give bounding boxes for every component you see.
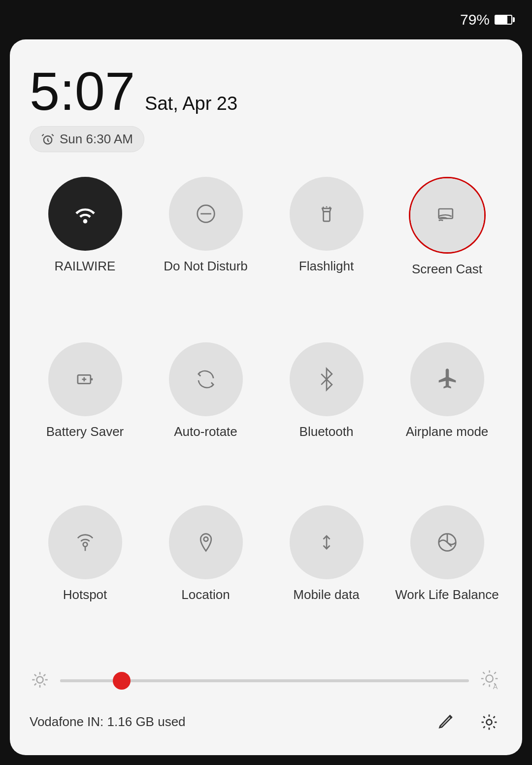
tile-auto-rotate-circle xyxy=(169,342,243,416)
wifi-icon xyxy=(72,201,98,227)
battery-indicator: 79% xyxy=(460,11,512,28)
svg-text:A: A xyxy=(493,683,498,691)
tile-work-life[interactable]: Work Life Balance xyxy=(392,505,502,658)
mobile-data-icon xyxy=(314,530,339,555)
tile-hotspot[interactable]: Hotspot xyxy=(30,505,140,658)
svg-line-22 xyxy=(43,683,45,685)
time-text: 5:07 xyxy=(30,64,135,118)
svg-point-35 xyxy=(486,719,492,725)
work-life-icon xyxy=(434,530,460,555)
alarm-badge[interactable]: Sun 6:30 AM xyxy=(30,126,144,152)
settings-button[interactable] xyxy=(475,708,502,735)
tile-airplane[interactable]: Airplane mode xyxy=(392,342,502,495)
tile-dnd[interactable]: Do Not Disturb xyxy=(150,177,261,333)
airplane-icon xyxy=(434,366,460,392)
battery-icon xyxy=(495,15,512,25)
flashlight-icon xyxy=(314,201,339,227)
date-text: Sat, Apr 23 xyxy=(145,93,237,114)
alarm-time-text: Sun 6:30 AM xyxy=(60,132,133,147)
svg-line-30 xyxy=(483,672,485,674)
brightness-max-icon: A xyxy=(479,668,502,694)
edit-icon xyxy=(436,711,458,733)
brightness-row: A xyxy=(30,668,502,694)
network-usage-text: Vodafone IN: 1.16 GB used xyxy=(30,714,186,730)
bottom-section: A Vodafone IN: 1.16 GB used xyxy=(30,658,502,735)
location-icon xyxy=(193,530,219,555)
network-row: Vodafone IN: 1.16 GB used xyxy=(30,708,502,735)
tile-mobile-data-circle xyxy=(290,505,364,579)
tile-auto-rotate[interactable]: Auto-rotate xyxy=(150,342,261,495)
svg-line-5 xyxy=(323,207,324,208)
svg-line-33 xyxy=(483,683,485,685)
quick-settings-panel: 5:07 Sat, Apr 23 Sun 6:30 AM RAILWIRE xyxy=(10,39,522,755)
tile-auto-rotate-label: Auto-rotate xyxy=(174,424,237,439)
svg-line-21 xyxy=(34,674,36,676)
tile-battery-saver[interactable]: Battery Saver xyxy=(30,342,140,495)
tile-wifi-label: RAILWIRE xyxy=(55,259,116,274)
svg-line-32 xyxy=(494,672,496,674)
tile-work-life-label: Work Life Balance xyxy=(395,587,499,602)
svg-rect-3 xyxy=(323,212,330,222)
svg-point-25 xyxy=(486,675,493,682)
battery-percent-text: 79% xyxy=(460,11,490,28)
tile-screen-cast-label: Screen Cast xyxy=(412,262,482,277)
bluetooth-icon xyxy=(314,366,339,392)
tile-bluetooth[interactable]: Bluetooth xyxy=(271,342,382,495)
tile-wifi-circle xyxy=(48,177,122,251)
brightness-slider[interactable] xyxy=(60,679,469,682)
brightness-min-icon xyxy=(30,669,50,692)
tile-dnd-circle xyxy=(169,177,243,251)
time-section: 5:07 Sat, Apr 23 Sun 6:30 AM xyxy=(30,64,502,152)
tile-wifi[interactable]: RAILWIRE xyxy=(30,177,140,333)
tile-airplane-circle xyxy=(410,342,484,416)
tile-battery-saver-circle xyxy=(48,342,122,416)
alarm-icon xyxy=(41,133,55,146)
screen-cast-selected-border xyxy=(409,177,486,254)
tile-screen-cast-circle xyxy=(410,178,484,252)
tile-mobile-data-label: Mobile data xyxy=(293,587,359,602)
dnd-icon xyxy=(193,201,219,227)
tile-location[interactable]: Location xyxy=(150,505,261,658)
tile-flashlight-label: Flashlight xyxy=(299,259,354,274)
svg-point-16 xyxy=(36,676,43,683)
tile-hotspot-label: Hotspot xyxy=(63,587,107,602)
brightness-thumb[interactable] xyxy=(113,672,131,690)
tile-airplane-label: Airplane mode xyxy=(406,424,489,439)
tile-flashlight-circle xyxy=(290,177,364,251)
quick-tiles-grid: RAILWIRE Do Not Disturb xyxy=(30,177,502,658)
time-display: 5:07 Sat, Apr 23 xyxy=(30,64,502,118)
battery-saver-icon xyxy=(72,366,98,392)
status-bar: 79% xyxy=(0,0,532,39)
svg-rect-7 xyxy=(438,209,452,219)
svg-point-11 xyxy=(83,542,87,547)
tile-flashlight[interactable]: Flashlight xyxy=(271,177,382,333)
svg-line-6 xyxy=(329,207,330,208)
svg-line-23 xyxy=(43,674,45,676)
auto-rotate-icon xyxy=(193,366,219,392)
tile-screen-cast[interactable]: Screen Cast xyxy=(392,177,502,333)
tile-bluetooth-circle xyxy=(290,342,364,416)
cast-icon xyxy=(434,202,460,228)
tile-hotspot-circle xyxy=(48,505,122,579)
svg-line-24 xyxy=(34,683,36,685)
tile-work-life-circle xyxy=(410,505,484,579)
tile-mobile-data[interactable]: Mobile data xyxy=(271,505,382,658)
settings-icon xyxy=(478,711,500,733)
bottom-icons xyxy=(433,708,502,735)
tile-location-circle xyxy=(169,505,243,579)
hotspot-icon xyxy=(72,530,98,555)
edit-button[interactable] xyxy=(433,708,461,735)
tile-bluetooth-label: Bluetooth xyxy=(299,424,354,439)
tile-battery-saver-label: Battery Saver xyxy=(46,424,124,439)
tile-location-label: Location xyxy=(181,587,230,602)
svg-point-13 xyxy=(203,537,208,541)
tile-dnd-label: Do Not Disturb xyxy=(164,259,248,274)
